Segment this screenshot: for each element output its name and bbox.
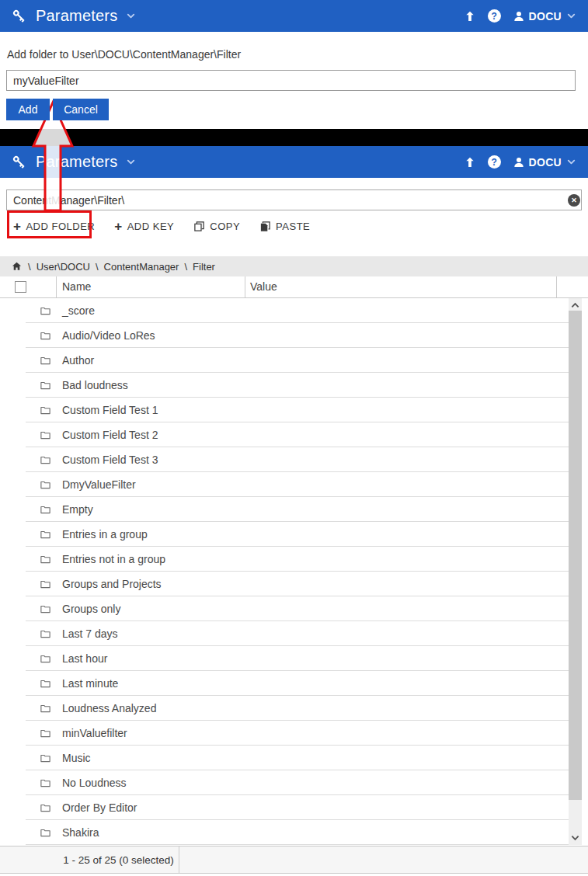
table-body: _score Audio/Video LoRes Author Bad loud…	[0, 298, 569, 845]
folder-name-input[interactable]	[6, 70, 576, 91]
scroll-up-icon[interactable]	[569, 300, 582, 310]
chevron-down-icon	[565, 156, 577, 168]
table-row[interactable]: Music	[0, 746, 569, 770]
user-menu[interactable]: DOCU	[513, 156, 577, 169]
breadcrumb-segment-user[interactable]: User\DOCU	[37, 261, 90, 273]
folder-icon	[39, 628, 52, 640]
table-row[interactable]: Loudness Analyzed	[0, 696, 569, 721]
table-footer: 1 - 25 of 25 (0 selected)	[0, 846, 588, 874]
select-all-checkbox[interactable]	[15, 281, 26, 293]
column-divider	[56, 276, 57, 297]
folder-icon	[39, 678, 52, 690]
table-row[interactable]: Custom Field Test 3	[0, 447, 569, 472]
folder-icon	[39, 579, 52, 590]
table-row[interactable]: minValuefilter	[0, 721, 569, 746]
column-header-name: Name	[62, 280, 91, 293]
cancel-button[interactable]: Cancel	[53, 99, 109, 120]
table-row[interactable]: Last 7 days	[0, 621, 569, 646]
table-row[interactable]: Entries in a group	[0, 522, 569, 547]
app-bar-actions: ? DOCU	[464, 155, 577, 169]
row-name: Music	[62, 752, 91, 764]
paste-button[interactable]: PASTE	[259, 221, 310, 232]
key-icon	[11, 8, 28, 25]
table-row[interactable]: Author	[0, 348, 569, 373]
table-header: Name Value	[0, 276, 588, 298]
copy-button[interactable]: COPY	[193, 221, 240, 232]
breadcrumb-segment-contentmanager[interactable]: ContentManager	[104, 261, 179, 273]
app-title-menu[interactable]: Parameters	[11, 7, 137, 25]
plus-icon: +	[114, 220, 122, 233]
folder-icon	[39, 429, 52, 441]
page-title: Parameters	[36, 7, 117, 25]
row-name: Entries not in a group	[62, 553, 165, 565]
user-icon	[513, 10, 525, 23]
user-name: DOCU	[529, 156, 562, 169]
table-row[interactable]: _score	[0, 298, 569, 323]
copy-label: COPY	[210, 221, 240, 232]
table-row[interactable]: Bad loudness	[0, 373, 569, 398]
user-icon	[513, 156, 525, 169]
add-key-label: ADD KEY	[127, 221, 175, 232]
folder-icon	[39, 529, 52, 541]
table-row[interactable]: Groups only	[0, 596, 569, 621]
row-name: Custom Field Test 3	[62, 454, 158, 466]
row-name: Custom Field Test 1	[62, 404, 158, 416]
row-name: Last 7 days	[62, 627, 118, 640]
table-row[interactable]: No Loudness	[0, 770, 569, 795]
column-divider	[245, 276, 245, 297]
scrollbar-thumb[interactable]	[569, 311, 582, 800]
table-scrollbar[interactable]	[569, 298, 582, 845]
table-row[interactable]: Last minute	[0, 671, 569, 696]
row-name: Empty	[62, 503, 93, 516]
folder-icon	[39, 554, 52, 565]
row-name: Groups and Projects	[62, 578, 162, 590]
add-folder-label: Add folder to User\DOCU\ContentManager\F…	[7, 48, 241, 61]
upload-arrow-icon[interactable]	[464, 10, 476, 23]
upload-arrow-icon[interactable]	[464, 156, 476, 169]
breadcrumb: \ User\DOCU \ ContentManager \ Filter	[0, 256, 588, 276]
breadcrumb-segment-filter[interactable]: Filter	[193, 261, 215, 273]
row-name: Author	[62, 354, 94, 367]
screen: Parameters ? DOCU Add folder to User\DOC…	[0, 0, 588, 876]
row-name: Last minute	[62, 677, 118, 690]
table-row[interactable]: Groups and Projects	[0, 572, 569, 596]
row-name: DmyValueFilter	[62, 478, 136, 491]
table-row[interactable]: Last hour	[0, 646, 569, 671]
table-row[interactable]: Order By Editor	[0, 795, 569, 820]
folder-icon	[39, 728, 52, 739]
main-app-bar: Parameters ? DOCU	[0, 146, 588, 178]
paste-label: PASTE	[276, 221, 310, 232]
help-icon[interactable]: ?	[488, 155, 501, 169]
key-icon	[11, 154, 28, 171]
column-header-value: Value	[250, 280, 277, 293]
row-name: Last hour	[62, 652, 107, 665]
footer-divider	[179, 846, 179, 873]
separator-bar	[0, 129, 588, 146]
help-icon[interactable]: ?	[488, 9, 501, 23]
row-name: Bad loudness	[62, 379, 128, 391]
table-row[interactable]: Audio/Video LoRes	[0, 323, 569, 348]
table-row[interactable]: Empty	[0, 497, 569, 522]
clear-search-icon[interactable]: ✕	[568, 194, 580, 207]
table-row[interactable]: Custom Field Test 2	[0, 422, 569, 447]
row-name: Audio/Video LoRes	[62, 329, 155, 342]
folder-icon	[39, 753, 52, 764]
table-row[interactable]: Shakira	[0, 820, 569, 845]
folder-icon	[39, 504, 52, 516]
user-menu[interactable]: DOCU	[513, 10, 577, 23]
breadcrumb-separator: \	[28, 261, 31, 273]
path-search-input[interactable]	[6, 189, 582, 210]
table-row[interactable]: Custom Field Test 1	[0, 398, 569, 422]
table-row[interactable]: DmyValueFilter	[0, 472, 569, 497]
table-row[interactable]: Entries not in a group	[0, 547, 569, 572]
chevron-down-icon	[125, 10, 137, 22]
folder-icon	[39, 802, 52, 814]
add-key-button[interactable]: + ADD KEY	[114, 220, 174, 233]
row-name: Shakira	[62, 826, 99, 839]
app-bar-actions: ? DOCU	[464, 9, 577, 23]
home-icon[interactable]	[11, 261, 23, 272]
scroll-down-icon[interactable]	[569, 833, 582, 843]
folder-icon	[39, 703, 52, 714]
add-button[interactable]: Add	[6, 99, 50, 120]
row-name: Loudness Analyzed	[62, 702, 156, 714]
